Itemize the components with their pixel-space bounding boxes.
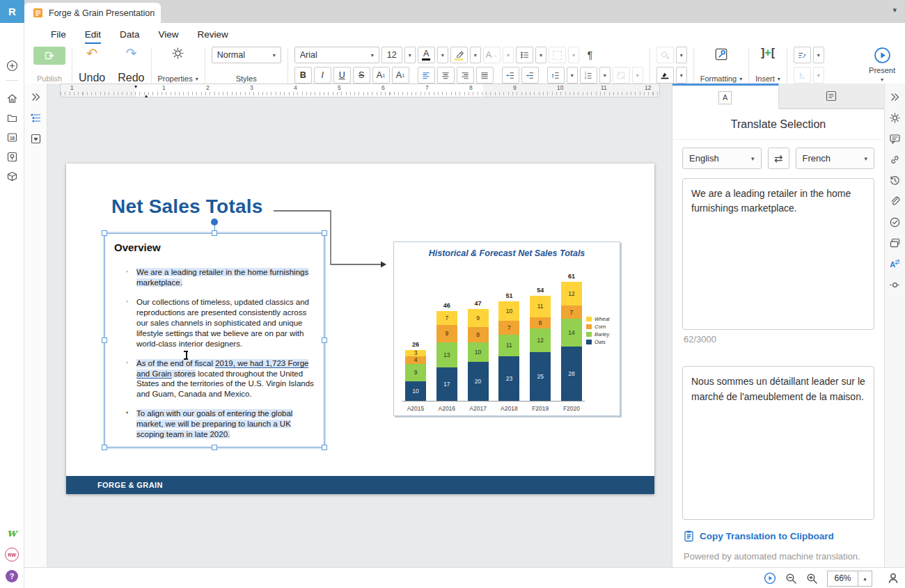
- translate-icon[interactable]: A: [889, 257, 902, 270]
- zoom-level-value[interactable]: 66%: [827, 571, 858, 587]
- bullet-list-dropdown[interactable]: [535, 47, 546, 63]
- italic-button[interactable]: I: [314, 67, 331, 84]
- subscript-button[interactable]: A1: [392, 67, 409, 84]
- assets-icon[interactable]: [6, 170, 18, 182]
- collapse-icon[interactable]: [889, 90, 902, 103]
- folder-icon[interactable]: [6, 111, 18, 124]
- source-text-area[interactable]: We are a leading retailer in the home fu…: [682, 178, 874, 330]
- menu-view[interactable]: View: [159, 29, 179, 44]
- target-language-select[interactable]: French ▾: [796, 148, 875, 169]
- app-logo[interactable]: R: [0, 0, 24, 23]
- arrange-dropdown[interactable]: [813, 67, 824, 84]
- font-color-button[interactable]: A: [418, 47, 435, 63]
- editor-canvas[interactable]: ▾ ▴ 1123456789101112 Net Sales Totals: [47, 84, 672, 567]
- favorites-icon[interactable]: [29, 132, 42, 145]
- paragraph-marks-button[interactable]: ¶: [581, 47, 599, 63]
- outline-icon[interactable]: [29, 111, 42, 124]
- align-center-button[interactable]: [437, 67, 455, 84]
- align-justify-button[interactable]: [476, 67, 494, 84]
- line-spacing-dropdown[interactable]: [567, 67, 578, 84]
- copies-icon[interactable]: [889, 237, 902, 249]
- settings-icon[interactable]: [889, 111, 902, 124]
- undo-button[interactable]: ↶: [86, 47, 97, 61]
- slide-title[interactable]: Net Sales Totals: [111, 196, 262, 218]
- formatting-wrench-icon[interactable]: [714, 47, 729, 62]
- resize-handle-sw[interactable]: [102, 445, 107, 450]
- align-left-button[interactable]: [418, 67, 435, 84]
- arrange-button[interactable]: [794, 67, 811, 84]
- outdent-button[interactable]: [502, 67, 519, 84]
- strikethrough-button[interactable]: S: [353, 67, 370, 84]
- menu-review[interactable]: Review: [198, 29, 228, 44]
- translated-text-area[interactable]: Nous sommes un détaillant leader sur le …: [682, 366, 874, 520]
- tabstrip-chevron-down-icon[interactable]: ▾: [892, 6, 897, 15]
- document-tab[interactable]: Forge & Grain Presentation: [24, 3, 161, 23]
- slideshow-button[interactable]: [764, 572, 776, 585]
- bullet-list-button[interactable]: [516, 47, 533, 63]
- menu-data[interactable]: Data: [120, 29, 140, 44]
- animate-dropdown[interactable]: [813, 47, 824, 63]
- fitwidth-icon[interactable]: [889, 278, 902, 291]
- resize-handle-ne[interactable]: [322, 230, 327, 236]
- rotation-handle[interactable]: [211, 218, 218, 225]
- font-color-dropdown[interactable]: [437, 47, 448, 63]
- font-family-select[interactable]: Arial▾: [294, 47, 379, 63]
- autofit-dropdown[interactable]: [632, 67, 643, 84]
- animate-button[interactable]: [794, 47, 811, 63]
- publish-button[interactable]: [33, 47, 65, 65]
- menu-edit[interactable]: Edit: [85, 29, 101, 44]
- menu-file[interactable]: File: [51, 29, 66, 44]
- resize-handle-nw[interactable]: [102, 230, 107, 236]
- writer-logo[interactable]: w: [7, 526, 17, 539]
- numbered-list-dropdown[interactable]: [599, 67, 611, 84]
- comments-icon[interactable]: [889, 132, 902, 145]
- present-label[interactable]: Present: [869, 66, 895, 74]
- resize-handle-e[interactable]: [322, 337, 327, 343]
- calendar16-icon[interactable]: 16: [6, 131, 18, 143]
- resize-handle-se[interactable]: [322, 445, 327, 450]
- fill-color-button[interactable]: [656, 47, 674, 63]
- chart-object[interactable]: Historical & Forecast Net Sales Totals 2…: [393, 241, 620, 416]
- swap-languages-button[interactable]: ⇄: [768, 148, 789, 169]
- resize-handle-w[interactable]: [102, 337, 107, 343]
- slide[interactable]: Net Sales Totals Overview ◦We are a lead…: [66, 164, 654, 494]
- font-size-dropdown[interactable]: [404, 47, 416, 63]
- align-right-button[interactable]: [457, 67, 474, 84]
- attachments-icon[interactable]: [889, 195, 902, 207]
- present-button[interactable]: [874, 47, 891, 64]
- autofit-button[interactable]: [613, 67, 630, 84]
- avatar[interactable]: RW: [5, 548, 19, 562]
- table-borders-dropdown[interactable]: [568, 47, 579, 63]
- insert-label[interactable]: Insert▾: [755, 74, 780, 83]
- properties-button[interactable]: [171, 47, 184, 60]
- properties-label[interactable]: Properties▾: [158, 74, 198, 83]
- help-button[interactable]: ?: [6, 570, 18, 582]
- review-icon[interactable]: [889, 216, 902, 228]
- resize-handle-n[interactable]: [212, 230, 217, 236]
- first-line-indent-marker[interactable]: ▾: [134, 84, 137, 90]
- superscript-button[interactable]: A1: [372, 67, 390, 84]
- numbered-list-button[interactable]: 12: [580, 67, 597, 84]
- bold-button[interactable]: B: [294, 67, 312, 84]
- style-select[interactable]: Normal▾: [212, 47, 281, 63]
- zoom-level-spinner[interactable]: ▴: [858, 571, 872, 587]
- zoom-out-button[interactable]: [785, 573, 797, 585]
- collaborators-button[interactable]: [887, 572, 899, 585]
- table-borders-button[interactable]: [549, 47, 566, 63]
- history-icon[interactable]: [889, 174, 902, 186]
- resize-handle-s[interactable]: [212, 445, 217, 450]
- highlight-button[interactable]: [450, 47, 468, 63]
- bullet-list[interactable]: ◦We are a leading retailer in the home f…: [126, 267, 317, 440]
- tab-notes[interactable]: [779, 84, 885, 109]
- ideas-icon[interactable]: [6, 150, 18, 163]
- underline-button[interactable]: U: [333, 67, 351, 84]
- border-color-button[interactable]: [656, 67, 674, 84]
- indent-button[interactable]: [521, 67, 539, 84]
- border-color-dropdown[interactable]: [676, 67, 687, 84]
- line-spacing-button[interactable]: [547, 67, 565, 84]
- tab-translate-selection[interactable]: A: [672, 84, 779, 109]
- copy-format-dropdown[interactable]: [503, 47, 514, 63]
- left-indent-marker[interactable]: ▴: [145, 93, 148, 99]
- add-icon[interactable]: [6, 59, 18, 72]
- expand-icon[interactable]: [29, 90, 42, 103]
